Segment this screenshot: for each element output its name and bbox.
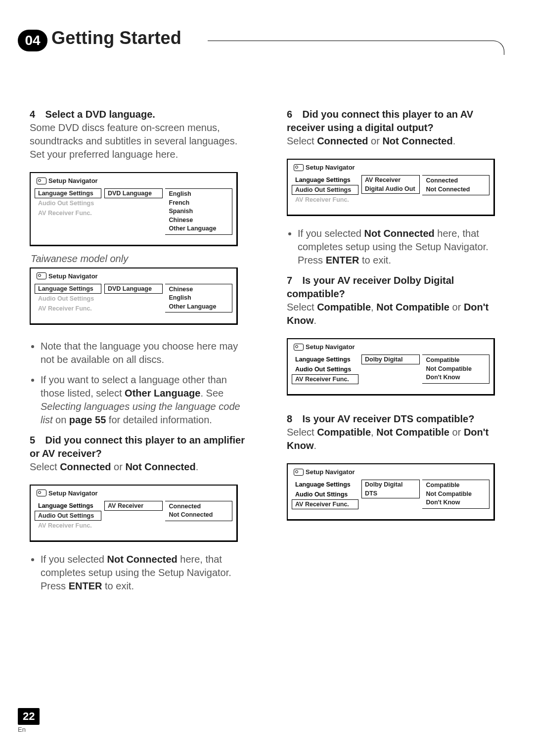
step-8-instr: Select Compatible, Not Compatible or Don… <box>287 426 504 452</box>
step-6-heading: 6 Did you connect this player to an AV r… <box>287 108 504 134</box>
step-number: 6 <box>287 108 300 121</box>
selection-item: Digital Audio Out <box>361 184 420 194</box>
remote-icon <box>37 272 46 279</box>
step-title: Did you connect this player to an AV rec… <box>287 109 473 133</box>
setup-navigator-title: Setup Navigator <box>37 489 232 497</box>
page-lang: En <box>18 726 40 733</box>
options-list: English French Spanish Chinese Other Lan… <box>165 188 233 235</box>
chapter-number-badge: 04 <box>18 30 47 51</box>
options-list: Compatible Not Compatible Don't Know <box>422 480 490 509</box>
setup-navigator-box: Setup Navigator Language Settings Audio … <box>287 463 495 521</box>
remote-icon <box>294 164 304 171</box>
setup-categories: Language Settings Audio Out Sttings AV R… <box>292 480 358 509</box>
setup-navigator-title: Setup Navigator <box>294 164 490 171</box>
setup-options: Compatible Not Compatible Don't Know <box>423 355 490 384</box>
options-list: Connected Not Connected <box>165 501 233 521</box>
setup-navigator-label: Setup Navigator <box>48 272 98 280</box>
setup-navigator-box: Setup Navigator Language Settings Audio … <box>30 485 238 542</box>
step-number: 7 <box>287 274 300 287</box>
setup-options: English French Spanish Chinese Other Lan… <box>166 188 232 235</box>
step-number: 8 <box>287 412 300 426</box>
category-item: Audio Out Settings <box>35 198 101 208</box>
option-item: Chinese <box>169 285 232 294</box>
option-item: Compatible <box>426 356 490 365</box>
option-item: Connected <box>426 177 490 185</box>
setup-body: Language Settings Audio Out Settings AV … <box>35 501 232 531</box>
setup-selection: DVD Language <box>104 188 163 235</box>
setup-categories: Language Settings Audio Out Settings AV … <box>292 175 358 205</box>
content-columns: 4 Select a DVD language. Some DVD discs … <box>30 108 504 600</box>
option-item: English <box>169 190 232 199</box>
setup-options: Connected Not Connected <box>166 501 232 531</box>
setup-navigator-box: Setup Navigator Language Settings Audio … <box>30 172 238 246</box>
category-item: AV Receiver Func. <box>292 374 358 384</box>
selection-item: DTS <box>361 489 420 498</box>
step-4-heading: 4 Select a DVD language. <box>30 108 247 121</box>
page-number: 22 <box>18 708 40 725</box>
note-item: Note that the language you choose here m… <box>41 340 247 366</box>
step-8-heading: 8 Is your AV receiver DTS compatible? <box>287 412 504 426</box>
selection-item: DVD Language <box>104 284 163 294</box>
option-item: Not Connected <box>426 185 490 194</box>
category-item: Audio Out Sttings <box>292 489 358 499</box>
setup-navigator-title: Setup Navigator <box>37 177 232 184</box>
option-item: Chinese <box>169 216 232 225</box>
setup-categories: Language Settings Audio Out Settings AV … <box>292 355 358 384</box>
setup-navigator-label: Setup Navigator <box>306 164 355 171</box>
option-item: English <box>169 294 232 303</box>
setup-navigator-box: Setup Navigator Language Settings Audio … <box>287 338 495 396</box>
setup-navigator-box: Setup Navigator Language Settings Audio … <box>287 159 495 216</box>
setup-body: Language Settings Audio Out Settings AV … <box>35 284 232 313</box>
step-6-instr: Select Connected or Not Connected. <box>287 134 504 148</box>
header-rule <box>208 41 504 55</box>
step-title: Is your AV receiver DTS compatible? <box>303 413 475 424</box>
setup-selection: DVD Language <box>104 284 163 313</box>
step-title: Select a DVD language. <box>45 109 155 120</box>
selection-item: AV Receiver <box>104 501 163 511</box>
options-list: Chinese English Other Language <box>165 284 233 313</box>
step-title: Is your AV receiver Dolby Digital compat… <box>287 275 454 299</box>
setup-body: Language Settings Audio Out Settings AV … <box>292 175 490 205</box>
category-item: Language Settings <box>292 175 358 185</box>
page-header: 04 Getting Started <box>30 28 504 48</box>
category-item: AV Receiver Func. <box>292 195 358 205</box>
taiwan-note: Taiwanese model only <box>31 253 247 265</box>
note-item: If you want to select a language other t… <box>41 373 247 427</box>
category-item: Audio Out Settings <box>35 511 101 521</box>
step-4-body: Some DVD discs feature on-screen menus, … <box>30 121 247 161</box>
remote-icon <box>37 489 46 496</box>
options-list: Compatible Not Compatible Don't Know <box>422 355 490 384</box>
selection-item: DVD Language <box>104 188 163 198</box>
note-item: If you selected Not Connected here, that… <box>41 553 247 593</box>
setup-categories: Language Settings Audio Out Settings AV … <box>35 188 101 235</box>
setup-navigator-label: Setup Navigator <box>48 489 98 497</box>
category-item: Audio Out Settings <box>35 294 101 304</box>
setup-navigator-title: Setup Navigator <box>294 343 490 351</box>
category-item: Audio Out Settings <box>292 185 358 195</box>
selection-item: Dolby Digital <box>361 480 420 489</box>
category-item: Language Settings <box>292 355 358 364</box>
setup-options: Compatible Not Compatible Don't Know <box>423 480 490 509</box>
setup-body: Language Settings Audio Out Settings AV … <box>292 355 490 384</box>
remote-icon <box>294 344 304 351</box>
option-item: Don't Know <box>426 373 490 382</box>
step-5-notes: If you selected Not Connected here, that… <box>30 553 247 593</box>
selection-item: Dolby Digital <box>361 355 420 364</box>
setup-options: Chinese English Other Language <box>166 284 232 313</box>
setup-navigator-title: Setup Navigator <box>37 272 232 280</box>
option-item: Connected <box>169 502 232 511</box>
setup-navigator-box: Setup Navigator Language Settings Audio … <box>30 267 238 325</box>
setup-selection: Dolby Digital <box>361 355 420 384</box>
category-item: Language Settings <box>35 188 101 198</box>
option-item: Spanish <box>169 207 232 216</box>
left-column: 4 Select a DVD language. Some DVD discs … <box>30 108 247 600</box>
setup-navigator-title: Setup Navigator <box>294 468 490 476</box>
category-item: Language Settings <box>35 501 101 511</box>
option-item: Don't Know <box>426 498 490 507</box>
category-item: AV Receiver Func. <box>35 521 101 531</box>
step-7-instr: Select Compatible, Not Compatible or Don… <box>287 301 504 327</box>
step-title: Did you connect this player to an amplif… <box>30 435 245 459</box>
option-item: Other Language <box>169 303 232 311</box>
setup-body: Language Settings Audio Out Sttings AV R… <box>292 480 490 509</box>
setup-navigator-label: Setup Navigator <box>306 343 355 351</box>
